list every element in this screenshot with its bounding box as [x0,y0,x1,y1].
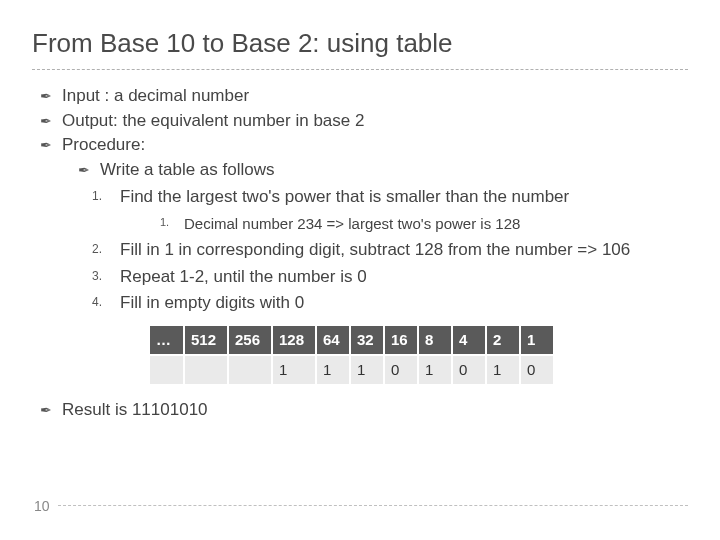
substep-number: 1. [160,215,169,230]
bullet-icon: ✒ [78,160,90,180]
td: 1 [350,355,384,385]
bullet-write-table: ✒ Write a table as follows [78,158,688,183]
step-number: 4. [92,294,102,311]
slide-title: From Base 10 to Base 2: using table [32,28,688,59]
step-1: 1. Find the largest two's power that is … [92,185,688,235]
result-text: Result is 11101010 [62,400,208,419]
td: 1 [316,355,350,385]
substep-1: 1. Decimal number 234 => largest two's p… [160,213,688,234]
th: 64 [316,326,350,355]
powers-table: … 512 256 128 64 32 16 8 4 2 1 1 [150,326,555,386]
td: 0 [384,355,418,385]
bullet-procedure: ✒ Procedure: ✒ Write a table as follows … [40,133,688,385]
bullet-icon: ✒ [40,135,52,155]
step-text: Repeat 1-2, until the number is 0 [120,267,367,286]
divider-bottom [58,505,688,506]
th: 8 [418,326,452,355]
th: 256 [228,326,272,355]
th: 16 [384,326,418,355]
step-text: Fill in empty digits with 0 [120,293,304,312]
td: 0 [520,355,554,385]
td: 1 [418,355,452,385]
td [184,355,228,385]
bullet-icon: ✒ [40,86,52,106]
bullet-text: Input : a decimal number [62,86,249,105]
table-row: 1 1 1 0 1 0 1 0 [150,355,554,385]
step-3: 3. Repeat 1-2, until the number is 0 [92,265,688,290]
step-number: 3. [92,268,102,285]
th: 128 [272,326,316,355]
th: … [150,326,184,355]
procedure-steps: 1. Find the largest two's power that is … [62,185,688,317]
bullet-result: ✒ Result is 11101010 [40,398,688,423]
bullet-text: Procedure: [62,135,145,154]
table-header-row: … 512 256 128 64 32 16 8 4 2 1 [150,326,554,355]
sub-bullets: ✒ Write a table as follows [62,158,688,183]
page-number: 10 [34,498,50,514]
th: 512 [184,326,228,355]
substeps: 1. Decimal number 234 => largest two's p… [120,213,688,234]
td [150,355,184,385]
th: 4 [452,326,486,355]
th: 2 [486,326,520,355]
bullet-text: Output: the equivalent number in base 2 [62,111,364,130]
step-text: Find the largest two's power that is sma… [120,187,569,206]
th: 32 [350,326,384,355]
step-number: 2. [92,241,102,258]
bullet-text: Write a table as follows [100,160,274,179]
th: 1 [520,326,554,355]
step-2: 2. Fill in 1 in corresponding digit, sub… [92,238,688,263]
step-4: 4. Fill in empty digits with 0 [92,291,688,316]
divider-top [32,69,688,70]
bullet-icon: ✒ [40,111,52,131]
td: 1 [272,355,316,385]
td: 0 [452,355,486,385]
bullet-input: ✒ Input : a decimal number [40,84,688,109]
td: 1 [486,355,520,385]
main-bullets: ✒ Input : a decimal number ✒ Output: the… [32,84,688,422]
td [228,355,272,385]
powers-table-wrap: … 512 256 128 64 32 16 8 4 2 1 1 [150,326,688,386]
substep-text: Decimal number 234 => largest two's powe… [184,215,520,232]
step-number: 1. [92,188,102,205]
bullet-icon: ✒ [40,400,52,420]
step-text: Fill in 1 in corresponding digit, subtra… [120,240,630,259]
bullet-output: ✒ Output: the equivalent number in base … [40,109,688,134]
